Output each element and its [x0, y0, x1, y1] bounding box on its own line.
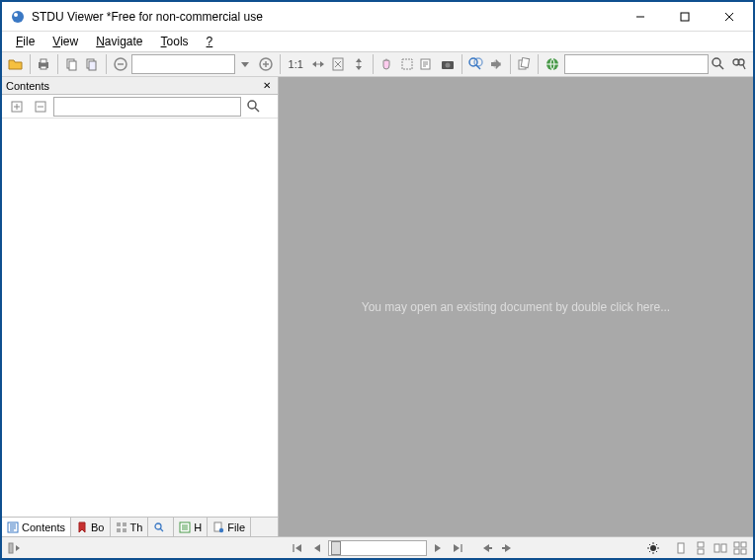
svg-point-63 [219, 527, 223, 531]
search-input[interactable] [564, 54, 709, 74]
toolbar-separator [57, 54, 58, 74]
svg-point-35 [713, 58, 720, 66]
svg-rect-53 [123, 522, 126, 526]
search-all-button[interactable] [729, 53, 749, 75]
copy-text-button[interactable] [62, 53, 82, 75]
sidebar-toolbar [2, 95, 278, 119]
first-page-button[interactable] [289, 539, 306, 557]
titlebar: STDU Viewer *Free for non-commercial use [2, 2, 753, 32]
svg-rect-79 [714, 544, 719, 552]
nav-back-button[interactable] [478, 539, 496, 557]
toolbar-separator [106, 54, 107, 74]
copy-image-button[interactable] [82, 53, 102, 75]
svg-rect-81 [734, 542, 739, 547]
sidebar-tabs: Contents Bo Th H File [2, 517, 278, 536]
sidebar-find-button[interactable] [243, 96, 265, 118]
continuous-view-button[interactable] [692, 539, 710, 557]
svg-line-73 [656, 551, 657, 552]
menu-tools[interactable]: Tools [153, 33, 197, 50]
sidebar-panel-title: Contents [6, 80, 260, 92]
contents-icon [7, 521, 19, 533]
minimize-button[interactable] [618, 3, 662, 31]
svg-rect-21 [402, 59, 412, 69]
svg-rect-76 [678, 543, 684, 553]
menubar: File View Navigate Tools ? [2, 32, 753, 51]
svg-rect-32 [522, 58, 530, 68]
svg-line-39 [743, 65, 745, 69]
empty-hint-text: You may open an existing document by dou… [362, 300, 670, 314]
tab-contents-label: Contents [22, 521, 65, 533]
search-button[interactable] [710, 53, 729, 75]
facing-view-button[interactable] [712, 539, 729, 557]
svg-line-75 [656, 544, 657, 545]
open-button[interactable] [6, 53, 26, 75]
document-view-area[interactable]: You may open an existing document by dou… [279, 77, 753, 536]
print-button[interactable] [34, 53, 53, 75]
zoom-input[interactable] [131, 54, 235, 74]
files-icon [212, 521, 224, 533]
single-page-view-button[interactable] [672, 539, 690, 557]
close-button[interactable] [707, 3, 751, 31]
continuous-facing-view-button[interactable] [731, 539, 749, 557]
menu-navigate[interactable]: Navigate [88, 33, 150, 50]
svg-point-30 [474, 58, 482, 66]
menu-file[interactable]: File [8, 33, 42, 50]
svg-rect-82 [741, 542, 746, 547]
svg-rect-80 [721, 544, 726, 552]
tab-thumbnails[interactable]: Th [111, 518, 149, 536]
menu-help[interactable]: ? [199, 33, 221, 50]
zoom-out-button[interactable] [111, 53, 130, 75]
prev-page-button[interactable] [308, 539, 326, 557]
collapse-all-button[interactable] [30, 96, 51, 118]
svg-rect-64 [9, 543, 13, 553]
nav-forward-button[interactable] [498, 539, 516, 557]
expand-all-button[interactable] [6, 96, 28, 118]
sidebar-toggle-button[interactable] [6, 539, 24, 557]
search-icon [153, 521, 165, 533]
tab-files[interactable]: File [208, 518, 251, 536]
find-button[interactable] [466, 53, 486, 75]
browser-button[interactable] [543, 53, 562, 75]
fit-width-button[interactable] [308, 53, 328, 75]
svg-rect-78 [698, 549, 704, 554]
svg-point-67 [650, 545, 656, 551]
svg-rect-84 [741, 549, 746, 554]
maximize-button[interactable] [662, 3, 707, 31]
toolbar-separator [30, 54, 31, 74]
menu-view[interactable]: View [44, 33, 86, 50]
svg-point-1 [14, 13, 18, 17]
svg-line-36 [719, 65, 723, 69]
main-toolbar: 1:1 [2, 51, 753, 77]
rotate-button[interactable] [515, 53, 535, 75]
snapshot-tool-button[interactable] [438, 53, 458, 75]
page-slider-thumb[interactable] [331, 541, 341, 555]
bookmark-icon [76, 521, 88, 533]
sidebar-header: Contents ✕ [2, 77, 278, 95]
tab-contents[interactable]: Contents [2, 518, 71, 536]
fit-height-button[interactable] [349, 53, 369, 75]
sidebar-search-input[interactable] [53, 97, 241, 117]
svg-line-57 [160, 528, 163, 531]
next-page-button[interactable] [429, 539, 447, 557]
svg-line-46 [255, 108, 259, 112]
zoom-in-button[interactable] [256, 53, 276, 75]
tab-history-label: H [194, 521, 202, 533]
zoom-ratio-label[interactable]: 1:1 [285, 58, 307, 70]
find-next-button[interactable] [486, 53, 506, 75]
sidebar-close-button[interactable]: ✕ [260, 79, 274, 93]
tab-history[interactable]: H [174, 518, 208, 536]
brightness-button[interactable] [644, 539, 662, 557]
tab-bookmarks[interactable]: Bo [71, 518, 110, 536]
hand-tool-button[interactable] [377, 53, 396, 75]
last-page-button[interactable] [449, 539, 466, 557]
window-title: STDU Viewer *Free for non-commercial use [32, 10, 618, 24]
tab-search[interactable] [148, 518, 174, 536]
svg-rect-12 [89, 61, 96, 70]
sidebar-content-tree[interactable] [2, 119, 278, 517]
app-icon [10, 9, 26, 25]
select-tool-button[interactable] [397, 53, 417, 75]
text-select-tool-button[interactable] [418, 53, 438, 75]
zoom-dropdown-button[interactable] [236, 53, 256, 75]
page-slider[interactable] [328, 540, 427, 556]
fit-page-button[interactable] [328, 53, 348, 75]
